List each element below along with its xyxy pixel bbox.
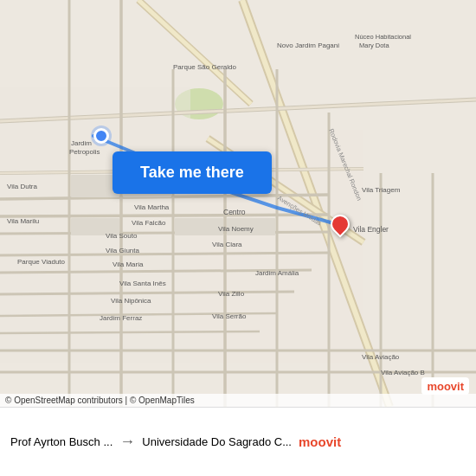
svg-text:Vila Aviação: Vila Aviação: [362, 353, 400, 361]
svg-text:Vila Martha: Vila Martha: [134, 203, 170, 211]
svg-text:Mary Dota: Mary Dota: [359, 42, 389, 49]
svg-text:Petropolis: Petropolis: [69, 148, 100, 156]
svg-text:Vila Aviação B: Vila Aviação B: [381, 369, 425, 376]
svg-text:Vila Zillo: Vila Zillo: [218, 290, 245, 298]
svg-text:Parque Viaduto: Parque Viaduto: [17, 258, 66, 266]
bottom-navigation-bar: Prof Ayrton Busch ... → Universidade Do …: [0, 407, 476, 476]
route-from-label: Prof Ayrton Busch ...: [10, 435, 113, 448]
svg-text:Vila Giunta: Vila Giunta: [106, 247, 140, 254]
svg-text:Centro: Centro: [223, 208, 246, 216]
destination-pin: [331, 215, 350, 234]
svg-text:Vila Noemy: Vila Noemy: [218, 225, 254, 233]
svg-text:Vila Clara: Vila Clara: [212, 241, 242, 248]
svg-text:Vila Falcão: Vila Falcão: [132, 219, 166, 227]
map-container: Novo Jardim Pagani Parque São Geraldo Nú…: [0, 0, 476, 407]
svg-line-16: [0, 232, 329, 234]
moovit-logo-map: moovit: [427, 380, 464, 393]
route-to-label: Universidade Do Sagrado C...: [142, 435, 292, 448]
svg-rect-35: [175, 218, 223, 235]
take-me-there-button[interactable]: Take me there: [113, 151, 272, 194]
svg-text:Vila Santa Inês: Vila Santa Inês: [119, 280, 166, 287]
svg-text:Vila Serrão: Vila Serrão: [212, 312, 247, 320]
svg-text:Vila Maria: Vila Maria: [113, 261, 144, 268]
svg-text:Vila Triagem: Vila Triagem: [362, 186, 401, 194]
svg-text:Parque São Geraldo: Parque São Geraldo: [173, 63, 236, 71]
moovit-logo-bottom: moovit: [299, 434, 341, 449]
svg-text:Vila Engler: Vila Engler: [353, 225, 389, 234]
svg-text:Vila Nipônica: Vila Nipônica: [111, 297, 151, 305]
svg-line-15: [0, 215, 329, 216]
svg-text:Núceo Habitacional: Núceo Habitacional: [355, 33, 411, 41]
map-attribution: © OpenStreetMap contributors | © OpenMap…: [0, 394, 476, 407]
route-arrow-icon: →: [119, 433, 135, 451]
svg-text:Vila Dutra: Vila Dutra: [7, 183, 38, 190]
svg-text:Jardim: Jardim: [71, 139, 92, 147]
current-location-dot: [93, 128, 109, 144]
svg-text:Vila Marilu: Vila Marilu: [7, 217, 39, 225]
svg-text:Jardim Amália: Jardim Amália: [255, 269, 299, 277]
svg-text:Novo Jardim Pagani: Novo Jardim Pagani: [277, 42, 339, 49]
svg-text:Vila Souto: Vila Souto: [106, 232, 138, 240]
svg-text:Jardim Ferraz: Jardim Ferraz: [100, 314, 142, 322]
